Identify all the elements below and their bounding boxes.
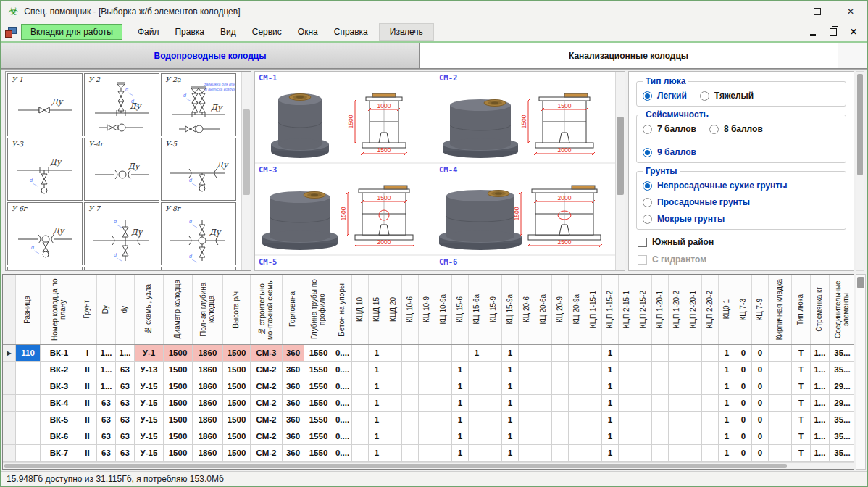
cell-5-kcd10[interactable]	[352, 428, 369, 444]
tab-water-wells[interactable]: Водопроводные колодцы	[1, 43, 420, 69]
cell-6-kcp2152[interactable]	[635, 445, 652, 461]
cell-4-kcp1201[interactable]	[652, 412, 669, 428]
cell-6-kc106[interactable]	[402, 445, 419, 461]
header-cell-dy1[interactable]: Dy	[97, 275, 116, 344]
header-cell-kc73[interactable]: КЦ 7-3	[735, 275, 752, 344]
cell-4-sm[interactable]: СМ-2	[251, 412, 283, 428]
cell-1-kcp2202[interactable]	[702, 362, 719, 378]
header-cell-kirpich[interactable]: Кирпичная кладка	[769, 275, 792, 344]
cell-2-kc209a[interactable]	[569, 378, 585, 394]
cell-1-kc156a[interactable]	[469, 362, 485, 378]
cell-1-kc206[interactable]	[519, 362, 535, 378]
header-cell-sel[interactable]	[3, 275, 16, 344]
header-cell-kc79[interactable]: КЦ 7-9	[752, 275, 769, 344]
cell-5-kirpich[interactable]	[769, 428, 792, 444]
cell-1-height[interactable]: 1500	[223, 362, 251, 378]
header-cell-kc209[interactable]: КЦ 20-9	[552, 275, 569, 344]
cell-0-kirpich[interactable]	[769, 345, 792, 361]
cell-6-kcp2201[interactable]	[685, 445, 702, 461]
cell-2-kc156a[interactable]	[469, 378, 485, 394]
cell-2-kc01[interactable]: 1	[719, 378, 735, 394]
mdi-restore-button[interactable]	[828, 27, 838, 37]
cell-0-gorl[interactable]: 360	[283, 345, 304, 361]
cell-0-kcd20[interactable]	[385, 345, 402, 361]
cell-1-kc209[interactable]	[552, 362, 569, 378]
cell-5-height[interactable]: 1500	[223, 428, 251, 444]
cell-0-kcp2152[interactable]	[635, 345, 652, 361]
wells-scrollbar[interactable]	[615, 72, 625, 270]
cell-3-kcp1152[interactable]: 1	[602, 395, 619, 411]
cell-5-razn[interactable]	[16, 428, 41, 444]
cell-2-razn[interactable]	[16, 378, 41, 394]
cell-1-kcd15[interactable]: 1	[369, 362, 385, 378]
radio-icon[interactable]	[643, 125, 652, 134]
cell-4-kcp2202[interactable]	[702, 412, 719, 428]
cell-6-kcp1202[interactable]	[669, 445, 685, 461]
cell-3-kc73[interactable]: 0	[735, 395, 752, 411]
cell-0-kc156[interactable]	[452, 345, 469, 361]
cell-6-soed[interactable]: 35...	[830, 445, 854, 461]
cell-5-strem[interactable]: 1...	[811, 428, 830, 444]
cell-4-beton[interactable]: 0....	[333, 412, 352, 428]
cell-1-num[interactable]: ВК-2	[41, 362, 78, 378]
cell-4-depth[interactable]: 1860	[193, 412, 223, 428]
cell-5-depth[interactable]: 1860	[193, 428, 223, 444]
header-cell-kc106[interactable]: КЦ 10-6	[402, 275, 419, 344]
maximize-button[interactable]	[801, 1, 834, 22]
header-cell-kc159[interactable]: КЦ 15-9	[485, 275, 502, 344]
cell-6-num[interactable]: ВК-7	[41, 445, 78, 461]
cell-2-num[interactable]: ВК-3	[41, 378, 78, 394]
cell-4-kc106[interactable]	[402, 412, 419, 428]
cell-3-kc156a[interactable]	[469, 395, 485, 411]
header-cell-kcp2202[interactable]: КЦП 2-20-2	[702, 275, 719, 344]
cell-2-kc159a[interactable]: 1	[502, 378, 519, 394]
cell-3-kcp1202[interactable]	[669, 395, 685, 411]
cell-0-sel[interactable]: ▶	[3, 345, 16, 361]
cell-0-kcp2151[interactable]	[619, 345, 635, 361]
cell-3-kcp2202[interactable]	[702, 395, 719, 411]
cell-5-num[interactable]: ВК-6	[41, 428, 78, 444]
cell-5-kc01[interactable]: 1	[719, 428, 735, 444]
cell-3-kc156[interactable]: 1	[452, 395, 469, 411]
header-cell-num[interactable]: Номер колодца по плану	[41, 275, 78, 344]
cell-1-kcp2152[interactable]	[635, 362, 652, 378]
cell-6-kc209a[interactable]	[569, 445, 585, 461]
cell-2-kcd20[interactable]	[385, 378, 402, 394]
schematic-cell-8[interactable]: У-8гddДу	[161, 202, 236, 265]
cell-4-kc01[interactable]: 1	[719, 412, 735, 428]
cell-2-sel[interactable]	[3, 378, 16, 394]
cell-1-soed[interactable]: 35...	[830, 362, 854, 378]
cell-2-soed[interactable]: 29...	[830, 378, 854, 394]
cell-1-kc106[interactable]	[402, 362, 419, 378]
cell-0-kc109a[interactable]	[435, 345, 452, 361]
cell-1-razn[interactable]	[16, 362, 41, 378]
mdi-close-button[interactable]: ✕	[848, 27, 859, 37]
cell-3-beton[interactable]: 0....	[333, 395, 352, 411]
cell-3-diam[interactable]: 1500	[164, 395, 193, 411]
cell-2-depth[interactable]: 1860	[193, 378, 223, 394]
cell-6-kcp1151[interactable]	[585, 445, 602, 461]
cell-0-glub[interactable]: 1550	[304, 345, 333, 361]
cell-2-kc156[interactable]: 1	[452, 378, 469, 394]
cell-4-schema[interactable]: У-15	[135, 412, 164, 428]
cell-2-schema[interactable]: У-15	[135, 378, 164, 394]
cell-3-kc209[interactable]	[552, 395, 569, 411]
cell-5-glub[interactable]: 1550	[304, 428, 333, 444]
cell-0-razn[interactable]: 110	[16, 345, 41, 361]
cell-1-strem[interactable]: 1...	[811, 362, 830, 378]
cell-4-kc109[interactable]	[419, 412, 435, 428]
cell-1-kcp1152[interactable]: 1	[602, 362, 619, 378]
cell-1-kc73[interactable]: 0	[735, 362, 752, 378]
cell-6-dy1[interactable]: 63	[97, 445, 116, 461]
checkbox-icon[interactable]	[638, 238, 647, 247]
cell-1-glub[interactable]: 1550	[304, 362, 333, 378]
cell-5-kcd20[interactable]	[385, 428, 402, 444]
cell-2-kcd10[interactable]	[352, 378, 369, 394]
cell-6-kcp1152[interactable]: 1	[602, 445, 619, 461]
header-cell-kc109a[interactable]: КЦ 10-9а	[435, 275, 452, 344]
cell-4-kc159a[interactable]: 1	[502, 412, 519, 428]
cell-6-kc159a[interactable]: 1	[502, 445, 519, 461]
radio-option[interactable]: 8 баллов	[709, 124, 763, 134]
cell-5-kc206a[interactable]	[535, 428, 552, 444]
grid-hscrollbar-thumb[interactable]	[4, 464, 787, 468]
